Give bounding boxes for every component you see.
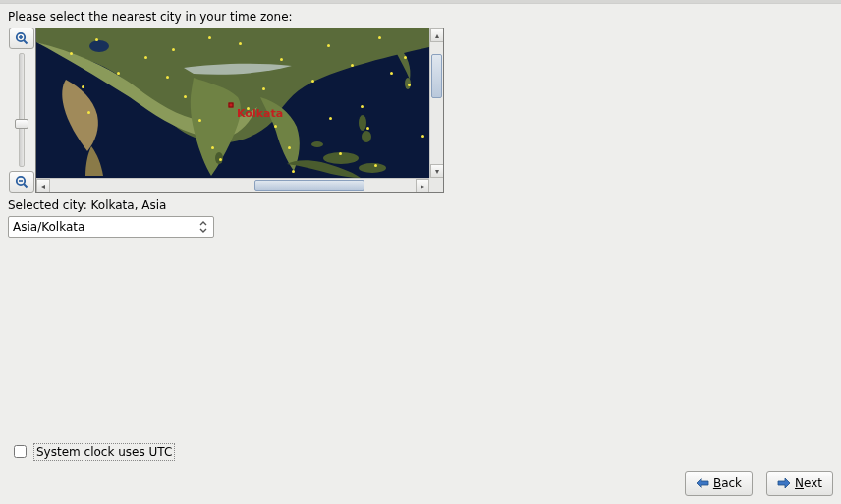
map-vertical-scrollbar[interactable]: ▴ ▾ (429, 28, 443, 178)
utc-checkbox[interactable] (14, 445, 27, 458)
selected-city-map-label: Kolkata (237, 107, 283, 120)
zoom-in-button[interactable] (9, 28, 34, 49)
utc-checkbox-row: System clock uses UTC (10, 442, 175, 461)
zoom-slider[interactable] (19, 53, 25, 167)
map-horizontal-scrollbar[interactable]: ◂ ▸ (36, 178, 429, 192)
timezone-select[interactable]: Asia/Kolkata (8, 216, 214, 238)
next-button[interactable]: Next (766, 471, 833, 496)
zoom-slider-thumb[interactable] (15, 119, 28, 129)
dropdown-updown-icon (196, 219, 211, 235)
svg-point-11 (359, 115, 366, 131)
zoom-out-button[interactable] (9, 171, 34, 193)
scroll-left-button[interactable]: ◂ (36, 179, 50, 193)
arrow-right-icon (777, 477, 791, 489)
timezone-map[interactable]: Kolkata ▴ ▾ ◂ ▸ (35, 28, 444, 193)
svg-line-1 (24, 40, 28, 44)
back-button[interactable]: Back (685, 471, 753, 496)
zoom-out-icon (15, 175, 28, 189)
utc-checkbox-label[interactable]: System clock uses UTC (33, 443, 175, 461)
svg-point-12 (362, 131, 371, 142)
scroll-right-button[interactable]: ▸ (416, 179, 429, 193)
scroll-down-button[interactable]: ▾ (430, 164, 444, 178)
timezone-select-value: Asia/Kolkata (13, 220, 84, 234)
scroll-up-button[interactable]: ▴ (430, 28, 444, 42)
vscroll-thumb[interactable] (431, 54, 442, 98)
next-button-label: Next (795, 476, 822, 490)
timezone-prompt-label: Please select the nearest city in your t… (8, 10, 833, 24)
selected-city-marker (229, 103, 234, 108)
zoom-controls (8, 28, 35, 193)
hscroll-thumb[interactable] (254, 180, 364, 191)
selected-city-row: Selected city: Kolkata, Asia (8, 198, 833, 212)
arrow-left-icon (696, 477, 709, 489)
world-map-canvas (36, 28, 433, 180)
svg-point-15 (89, 40, 109, 52)
back-button-label: Back (713, 476, 742, 490)
selected-city-value: Kolkata, Asia (91, 198, 167, 212)
svg-point-10 (311, 141, 323, 147)
svg-line-5 (24, 184, 28, 188)
scrollbar-corner (429, 178, 443, 192)
zoom-in-icon (15, 31, 28, 45)
svg-point-9 (359, 163, 386, 173)
selected-city-prefix: Selected city: (8, 198, 87, 212)
